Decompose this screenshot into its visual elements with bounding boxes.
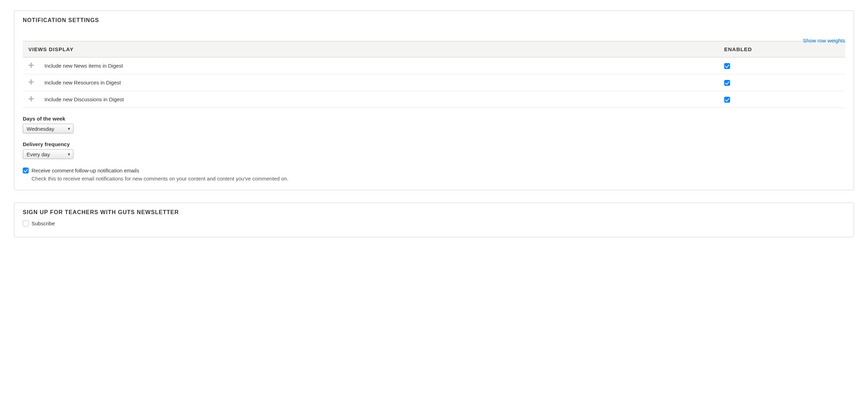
drag-handle-icon[interactable] <box>28 96 34 102</box>
subscribe-checkbox[interactable] <box>23 220 29 226</box>
svg-marker-13 <box>30 101 32 102</box>
svg-marker-14 <box>28 98 29 100</box>
svg-marker-7 <box>30 84 32 85</box>
followup-checkbox[interactable] <box>23 168 29 173</box>
row-label: Include new News items in Digest <box>44 63 123 69</box>
notification-settings-title: NOTIFICATION SETTINGS <box>23 17 845 23</box>
drag-handle-icon[interactable] <box>28 79 34 85</box>
subscribe-label: Subscribe <box>31 220 55 226</box>
table-row: Include new Discussions in Digest <box>23 91 845 108</box>
svg-marker-1 <box>30 67 32 68</box>
table-row: Include new Resources in Digest <box>23 74 845 91</box>
svg-marker-3 <box>33 64 34 66</box>
followup-label: Receive comment follow-up notification e… <box>31 168 139 173</box>
svg-marker-9 <box>33 81 34 83</box>
notification-settings-fieldset: NOTIFICATION SETTINGS Show row weights V… <box>14 11 854 190</box>
drag-handle-icon[interactable] <box>28 62 34 68</box>
svg-marker-8 <box>28 81 29 83</box>
svg-marker-6 <box>30 79 32 80</box>
enabled-checkbox[interactable] <box>724 97 730 103</box>
newsletter-title: SIGN UP FOR TEACHERS WITH GUTS NEWSLETTE… <box>23 209 845 216</box>
svg-marker-15 <box>33 98 34 100</box>
table-row: Include new News items in Digest <box>23 57 845 74</box>
newsletter-fieldset: SIGN UP FOR TEACHERS WITH GUTS NEWSLETTE… <box>14 203 854 237</box>
column-header-views: VIEWS DISPLAY <box>23 41 719 57</box>
svg-rect-5 <box>29 65 33 66</box>
delivery-frequency-select[interactable]: Every day <box>23 149 74 159</box>
svg-rect-17 <box>29 98 33 99</box>
row-label: Include new Resources in Digest <box>44 80 121 86</box>
svg-marker-2 <box>28 64 29 66</box>
show-row-weights-link[interactable]: Show row weights <box>803 37 845 43</box>
column-header-enabled: ENABLED <box>719 41 845 57</box>
delivery-frequency-label: Delivery frequency <box>23 141 845 147</box>
views-display-table: VIEWS DISPLAY ENABLED <box>23 41 845 108</box>
enabled-checkbox[interactable] <box>724 80 730 86</box>
svg-marker-0 <box>30 62 32 63</box>
enabled-checkbox[interactable] <box>724 63 730 69</box>
svg-rect-11 <box>29 82 33 82</box>
days-of-week-select[interactable]: Wednesday <box>23 124 74 134</box>
followup-description: Check this to receive email notification… <box>31 176 845 182</box>
row-label: Include new Discussions in Digest <box>44 96 124 102</box>
days-of-week-label: Days of the week <box>23 116 845 122</box>
svg-marker-12 <box>30 96 32 97</box>
